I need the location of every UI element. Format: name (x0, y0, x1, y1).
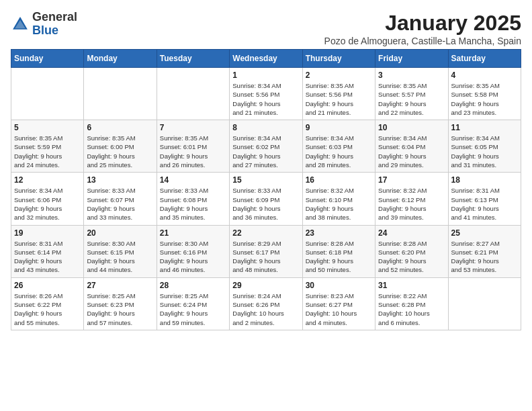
day-number: 20 (87, 228, 153, 238)
day-number: 29 (232, 281, 299, 290)
day-number: 28 (160, 281, 226, 290)
day-number: 31 (378, 281, 445, 290)
calendar-cell: 12Sunrise: 8:34 AM Sunset: 6:06 PM Dayli… (11, 173, 84, 225)
day-info: Sunrise: 8:31 AM Sunset: 6:13 PM Dayligh… (451, 186, 518, 222)
logo-blue: Blue (32, 24, 58, 37)
calendar-cell: 16Sunrise: 8:32 AM Sunset: 6:10 PM Dayli… (302, 173, 375, 225)
day-number: 13 (87, 175, 153, 185)
calendar-header: SundayMondayTuesdayWednesdayThursdayFrid… (11, 50, 521, 68)
calendar-cell: 24Sunrise: 8:28 AM Sunset: 6:20 PM Dayli… (375, 225, 448, 277)
calendar-cell: 2Sunrise: 8:35 AM Sunset: 5:56 PM Daylig… (302, 68, 375, 120)
day-of-week-header: Monday (84, 50, 157, 68)
calendar-week-row: 19Sunrise: 8:31 AM Sunset: 6:14 PM Dayli… (11, 225, 521, 277)
day-number: 26 (14, 281, 81, 290)
calendar-cell: 21Sunrise: 8:30 AM Sunset: 6:16 PM Dayli… (157, 225, 229, 277)
calendar-cell: 23Sunrise: 8:28 AM Sunset: 6:18 PM Dayli… (302, 225, 375, 277)
day-info: Sunrise: 8:35 AM Sunset: 5:57 PM Dayligh… (378, 81, 445, 117)
day-info: Sunrise: 8:23 AM Sunset: 6:27 PM Dayligh… (306, 291, 372, 327)
calendar-cell: 14Sunrise: 8:33 AM Sunset: 6:08 PM Dayli… (157, 173, 229, 225)
calendar-cell: 5Sunrise: 8:35 AM Sunset: 5:59 PM Daylig… (11, 120, 84, 173)
day-info: Sunrise: 8:32 AM Sunset: 6:12 PM Dayligh… (378, 186, 445, 222)
day-info: Sunrise: 8:35 AM Sunset: 6:00 PM Dayligh… (87, 134, 153, 169)
day-info: Sunrise: 8:28 AM Sunset: 6:20 PM Dayligh… (378, 239, 445, 275)
day-info: Sunrise: 8:33 AM Sunset: 6:08 PM Dayligh… (160, 186, 226, 222)
calendar-cell: 28Sunrise: 8:25 AM Sunset: 6:24 PM Dayli… (157, 277, 229, 330)
calendar-cell: 7Sunrise: 8:35 AM Sunset: 6:01 PM Daylig… (157, 120, 229, 173)
day-info: Sunrise: 8:22 AM Sunset: 6:28 PM Dayligh… (378, 291, 445, 327)
day-info: Sunrise: 8:35 AM Sunset: 6:01 PM Dayligh… (160, 134, 226, 169)
day-number: 2 (306, 71, 372, 80)
day-info: Sunrise: 8:31 AM Sunset: 6:14 PM Dayligh… (14, 239, 81, 275)
calendar-cell: 11Sunrise: 8:34 AM Sunset: 6:05 PM Dayli… (448, 120, 521, 173)
day-number: 6 (87, 123, 153, 132)
calendar-cell: 31Sunrise: 8:22 AM Sunset: 6:28 PM Dayli… (375, 277, 448, 330)
day-info: Sunrise: 8:34 AM Sunset: 5:56 PM Dayligh… (232, 81, 299, 117)
calendar-cell: 15Sunrise: 8:33 AM Sunset: 6:09 PM Dayli… (230, 173, 302, 225)
calendar-cell: 26Sunrise: 8:26 AM Sunset: 6:22 PM Dayli… (11, 277, 84, 330)
day-number: 18 (451, 175, 518, 185)
calendar-week-row: 26Sunrise: 8:26 AM Sunset: 6:22 PM Dayli… (11, 277, 521, 330)
calendar-cell: 10Sunrise: 8:34 AM Sunset: 6:04 PM Dayli… (375, 120, 448, 173)
logo: General Blue (11, 11, 77, 38)
location-title: Pozo de Almoguera, Castille-La Mancha, S… (324, 36, 521, 46)
day-number: 10 (378, 123, 445, 132)
day-number: 3 (378, 71, 445, 80)
calendar-cell: 17Sunrise: 8:32 AM Sunset: 6:12 PM Dayli… (375, 173, 448, 225)
calendar-cell: 6Sunrise: 8:35 AM Sunset: 6:00 PM Daylig… (84, 120, 157, 173)
day-info: Sunrise: 8:34 AM Sunset: 6:04 PM Dayligh… (378, 134, 445, 169)
day-number: 16 (306, 175, 372, 185)
calendar-cell: 4Sunrise: 8:35 AM Sunset: 5:58 PM Daylig… (448, 68, 521, 120)
day-number: 17 (378, 175, 445, 185)
day-info: Sunrise: 8:34 AM Sunset: 6:06 PM Dayligh… (14, 186, 81, 222)
calendar-week-row: 1Sunrise: 8:34 AM Sunset: 5:56 PM Daylig… (11, 68, 521, 120)
day-number: 14 (160, 175, 226, 185)
logo-text: General Blue (32, 11, 77, 38)
calendar-cell: 22Sunrise: 8:29 AM Sunset: 6:17 PM Dayli… (230, 225, 302, 277)
day-number: 1 (232, 71, 299, 80)
day-number: 23 (306, 228, 372, 238)
calendar-cell (11, 68, 84, 120)
title-block: January 2025 Pozo de Almoguera, Castille… (324, 11, 521, 46)
day-info: Sunrise: 8:24 AM Sunset: 6:26 PM Dayligh… (232, 291, 299, 327)
day-of-week-header: Sunday (11, 50, 84, 68)
calendar-cell (448, 277, 521, 330)
day-info: Sunrise: 8:35 AM Sunset: 5:56 PM Dayligh… (306, 81, 372, 117)
day-number: 19 (14, 228, 81, 238)
page-header: General Blue January 2025 Pozo de Almogu… (11, 11, 521, 46)
calendar-body: 1Sunrise: 8:34 AM Sunset: 5:56 PM Daylig… (11, 68, 521, 330)
calendar-cell: 18Sunrise: 8:31 AM Sunset: 6:13 PM Dayli… (448, 173, 521, 225)
calendar-cell: 1Sunrise: 8:34 AM Sunset: 5:56 PM Daylig… (230, 68, 302, 120)
day-number: 8 (232, 123, 299, 132)
day-of-week-header: Thursday (302, 50, 375, 68)
day-info: Sunrise: 8:35 AM Sunset: 5:59 PM Dayligh… (14, 134, 81, 169)
day-info: Sunrise: 8:30 AM Sunset: 6:16 PM Dayligh… (160, 239, 226, 275)
day-number: 11 (451, 123, 518, 132)
day-number: 15 (232, 175, 299, 185)
day-info: Sunrise: 8:35 AM Sunset: 5:58 PM Dayligh… (451, 81, 518, 117)
day-number: 30 (306, 281, 372, 290)
day-info: Sunrise: 8:25 AM Sunset: 6:24 PM Dayligh… (160, 291, 226, 327)
day-info: Sunrise: 8:34 AM Sunset: 6:03 PM Dayligh… (306, 134, 372, 169)
calendar-cell: 3Sunrise: 8:35 AM Sunset: 5:57 PM Daylig… (375, 68, 448, 120)
calendar-cell: 20Sunrise: 8:30 AM Sunset: 6:15 PM Dayli… (84, 225, 157, 277)
day-info: Sunrise: 8:30 AM Sunset: 6:15 PM Dayligh… (87, 239, 153, 275)
calendar-cell (84, 68, 157, 120)
day-number: 22 (232, 228, 299, 238)
calendar-cell: 29Sunrise: 8:24 AM Sunset: 6:26 PM Dayli… (230, 277, 302, 330)
day-info: Sunrise: 8:25 AM Sunset: 6:23 PM Dayligh… (87, 291, 153, 327)
logo-icon (11, 15, 30, 34)
day-number: 24 (378, 228, 445, 238)
day-number: 7 (160, 123, 226, 132)
day-number: 9 (306, 123, 372, 132)
calendar-cell: 30Sunrise: 8:23 AM Sunset: 6:27 PM Dayli… (302, 277, 375, 330)
calendar-week-row: 12Sunrise: 8:34 AM Sunset: 6:06 PM Dayli… (11, 173, 521, 225)
calendar-cell (157, 68, 229, 120)
day-number: 12 (14, 175, 81, 185)
day-of-week-header: Friday (375, 50, 448, 68)
month-title: January 2025 (324, 11, 521, 36)
day-of-week-header: Tuesday (157, 50, 229, 68)
calendar-cell: 19Sunrise: 8:31 AM Sunset: 6:14 PM Dayli… (11, 225, 84, 277)
day-of-week-header: Saturday (448, 50, 521, 68)
calendar-cell: 25Sunrise: 8:27 AM Sunset: 6:21 PM Dayli… (448, 225, 521, 277)
calendar-cell: 27Sunrise: 8:25 AM Sunset: 6:23 PM Dayli… (84, 277, 157, 330)
